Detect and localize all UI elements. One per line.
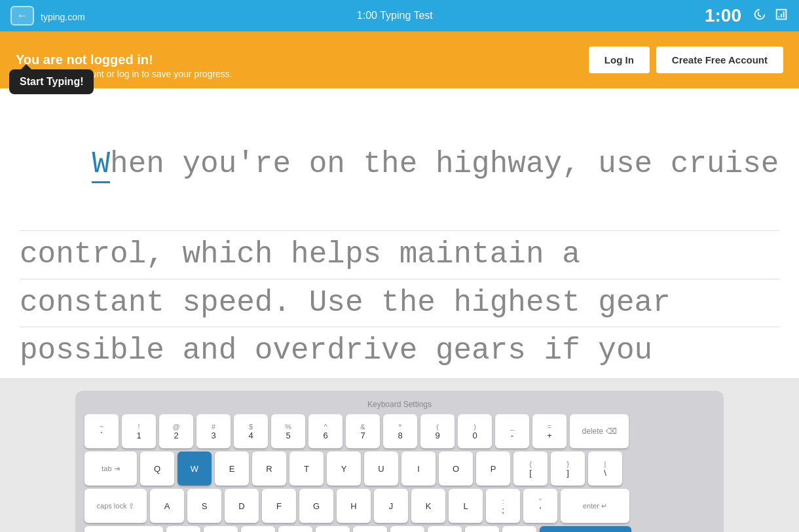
key-6[interactable]: ^6 (308, 414, 343, 448)
key-m[interactable]: M (390, 526, 424, 532)
key-7[interactable]: &7 (346, 414, 380, 448)
key-d[interactable]: D (225, 489, 259, 523)
key-c[interactable]: C (241, 526, 275, 532)
key-y[interactable]: Y (327, 452, 361, 486)
key-delete[interactable]: delete ⌫ (570, 414, 629, 448)
typing-line-2: control, which helps maintain a (20, 234, 779, 275)
keyboard-settings-link[interactable]: Keyboard Settings (84, 400, 715, 409)
key-tab[interactable]: tab ⇥ (84, 452, 137, 486)
key-equals[interactable]: =+ (532, 414, 567, 448)
key-comma[interactable]: <, (428, 526, 462, 532)
key-k[interactable]: K (411, 489, 445, 523)
key-g[interactable]: G (299, 489, 333, 523)
number-row: ~` !1 @2 #3 $4 %5 ^6 &7 *8 (9 )0 _- =+ d… (84, 414, 715, 448)
key-b[interactable]: B (316, 526, 350, 532)
qwerty-row: tab ⇥ Q W E R T Y U I O P {[ }] |\ (84, 452, 715, 486)
key-bracket-right[interactable]: }] (551, 452, 585, 486)
key-4[interactable]: $4 (234, 414, 268, 448)
banner-buttons: Log In Create Free Account (589, 46, 783, 73)
key-a[interactable]: A (150, 489, 184, 523)
key-8[interactable]: *8 (383, 414, 417, 448)
key-h[interactable]: H (337, 489, 371, 523)
key-o[interactable]: O (439, 452, 473, 486)
key-shift-left[interactable]: shift ⇧ (84, 526, 163, 532)
key-l[interactable]: L (449, 489, 483, 523)
stats-icon[interactable] (774, 7, 789, 25)
key-1[interactable]: !1 (122, 414, 156, 448)
key-slash[interactable]: ?/ (502, 526, 536, 532)
current-char: W (92, 147, 110, 183)
header: ← typing.com 1:00 Typing Test 1:00 (0, 0, 799, 31)
key-minus[interactable]: _- (495, 414, 529, 448)
key-e[interactable]: E (215, 452, 249, 486)
key-n[interactable]: N (353, 526, 387, 532)
asdf-row: caps lock ⇪ A S D F G H J K L :; "' ente… (84, 489, 715, 523)
key-u[interactable]: U (364, 452, 398, 486)
key-quote[interactable]: "' (523, 489, 557, 523)
back-button[interactable]: ← (10, 6, 34, 26)
key-9[interactable]: (9 (420, 414, 455, 448)
typing-area[interactable]: When you're on the highway, use cruise c… (0, 88, 799, 379)
key-w[interactable]: W (177, 452, 212, 486)
keyboard-section: Keyboard Settings ~` !1 @2 #3 $4 %5 ^6 &… (0, 379, 799, 532)
create-account-button[interactable]: Create Free Account (656, 46, 783, 73)
header-right: 1:00 (705, 5, 789, 26)
logo-name: typing (41, 12, 65, 22)
key-enter[interactable]: enter ↵ (561, 489, 629, 523)
typing-text: When you're on the highway, use cruise (20, 101, 779, 228)
header-left: ← typing.com (10, 6, 85, 26)
banner-text: Start Typing! You are not logged in! Cre… (16, 41, 232, 79)
key-backslash[interactable]: |\ (588, 452, 622, 486)
key-semicolon[interactable]: :; (486, 489, 520, 523)
key-r[interactable]: R (252, 452, 286, 486)
key-j[interactable]: J (374, 489, 408, 523)
key-tilde[interactable]: ~` (84, 414, 119, 448)
login-banner: Start Typing! You are not logged in! Cre… (0, 31, 799, 88)
key-shift-right[interactable]: ⇧ shift (540, 526, 631, 532)
keyboard: Keyboard Settings ~` !1 @2 #3 $4 %5 ^6 &… (75, 391, 724, 532)
typing-line-4: possible and overdrive gears if you (20, 330, 779, 372)
key-3[interactable]: #3 (196, 414, 231, 448)
key-q[interactable]: Q (140, 452, 174, 486)
key-x[interactable]: X (204, 526, 238, 532)
logo: typing.com (41, 7, 85, 24)
zxcv-row: shift ⇧ Z X C V B N M <, >. ?/ ⇧ shift (84, 526, 715, 532)
key-v[interactable]: V (278, 526, 312, 532)
pending-text: hen you're on the highway, use cruise (110, 147, 779, 181)
key-0[interactable]: )0 (458, 414, 492, 448)
header-icons (752, 7, 789, 25)
key-s[interactable]: S (187, 489, 221, 523)
key-t[interactable]: T (289, 452, 324, 486)
test-title: 1:00 Typing Test (357, 10, 433, 22)
login-button[interactable]: Log In (589, 46, 650, 73)
key-capslock[interactable]: caps lock ⇪ (84, 489, 147, 523)
key-f[interactable]: F (262, 489, 296, 523)
key-2[interactable]: @2 (159, 414, 193, 448)
typing-line-3: constant speed. Use the highest gear (20, 282, 779, 324)
logo-suffix: .com (65, 12, 84, 22)
timer-display: 1:00 (705, 5, 741, 26)
history-icon[interactable] (752, 7, 766, 25)
key-z[interactable]: Z (166, 526, 200, 532)
key-5[interactable]: %5 (271, 414, 305, 448)
key-i[interactable]: I (401, 452, 436, 486)
key-p[interactable]: P (476, 452, 510, 486)
key-period[interactable]: >. (465, 526, 499, 532)
banner-heading: You are not logged in! (16, 52, 232, 67)
start-typing-tooltip: Start Typing! (9, 69, 94, 94)
key-bracket-left[interactable]: {[ (513, 452, 548, 486)
